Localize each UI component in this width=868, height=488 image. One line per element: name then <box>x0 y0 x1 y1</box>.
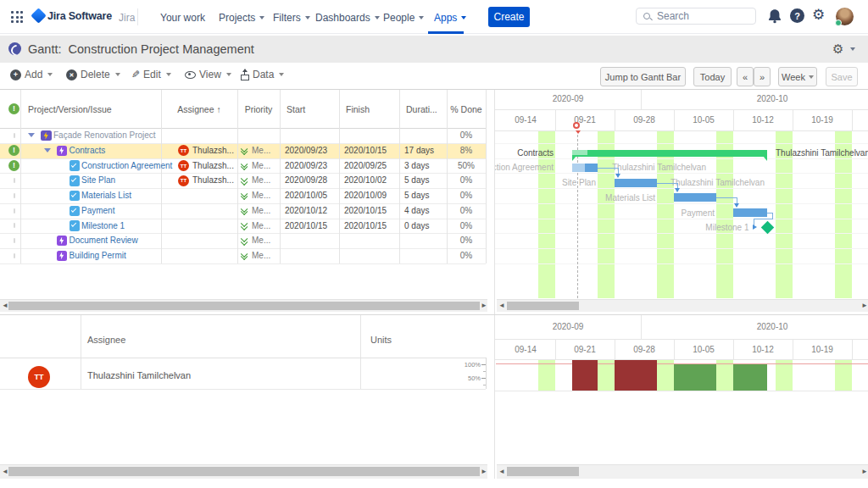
axis-label-50: 50% <box>458 374 481 382</box>
toolbar-menu-edit[interactable]: ✎Edit <box>131 69 171 80</box>
gantt-settings-icon[interactable]: ⚙ <box>832 42 843 57</box>
gantt-settings-caret[interactable] <box>850 47 855 51</box>
gantt-bar-summary[interactable] <box>572 150 767 157</box>
nav-item-your-work[interactable]: Your work <box>160 12 205 24</box>
chevron-down-icon <box>375 16 380 19</box>
scroll-right-arrow[interactable]: ► <box>861 302 868 309</box>
nav-item-label: Projects <box>219 12 255 24</box>
resource-avatar: TT <box>28 366 50 388</box>
help-icon[interactable]: ? <box>790 8 804 23</box>
weekend-stripe <box>716 360 733 391</box>
nav-item-label: Dashboards <box>315 12 370 24</box>
scroll-left-arrow[interactable]: ◄ <box>498 469 505 475</box>
gantt-hscrollbar-thumb[interactable] <box>507 302 579 310</box>
resource-hscrollbar-thumb[interactable] <box>8 467 480 476</box>
scroll-left-arrow[interactable]: ◄ <box>2 302 8 309</box>
scroll-left-arrow[interactable]: ◄ <box>498 302 505 309</box>
search-input[interactable]: Search <box>636 8 756 25</box>
issue-name[interactable]: Site Plan <box>81 175 115 185</box>
issue-name[interactable]: Milestone 1 <box>81 221 125 230</box>
timeline-week-label: 10-05 <box>674 115 733 125</box>
expand-arrow-icon[interactable] <box>44 148 51 152</box>
toolbar-button-today[interactable]: Today <box>693 67 732 86</box>
jira-logo-icon[interactable] <box>31 8 46 23</box>
toolbar-button-label: Save <box>831 72 852 82</box>
scroll-right-arrow[interactable]: ► <box>861 469 868 475</box>
nav-item-people[interactable]: People <box>383 12 424 24</box>
gantt-bar-task[interactable] <box>733 208 767 217</box>
assignee-name: Thulazsh... <box>192 175 234 185</box>
toolbar-menu-delete[interactable]: ✕Delete <box>66 69 120 80</box>
dependency-arrow-icon <box>675 188 680 192</box>
nav-item-label: Your work <box>160 12 205 24</box>
start-date: 2020/09/28 <box>285 175 327 185</box>
nav-item-projects[interactable]: Projects <box>219 12 264 24</box>
gantt-milestone-diamond[interactable] <box>760 221 774 235</box>
table-hscrollbar-thumb[interactable] <box>8 302 480 310</box>
dependency-line <box>657 183 678 184</box>
panel-splitter[interactable] <box>494 90 495 479</box>
toolbar-button--[interactable]: « <box>737 67 754 86</box>
toolbar-menu-view[interactable]: View <box>185 69 231 80</box>
gantt-bar-label-right: Thulazshini Tamilchelvan <box>612 163 706 172</box>
histogram-hscrollbar-thumb[interactable] <box>507 467 579 476</box>
issue-name[interactable]: Building Permit <box>70 251 126 260</box>
task-type-icon <box>70 160 81 171</box>
toolbar-menu-data[interactable]: Data <box>240 69 284 80</box>
plus-circle-icon: + <box>10 69 21 80</box>
timeline-week-label: 10-19 <box>793 115 852 125</box>
issue-name[interactable]: Façade Renovation Project <box>53 130 156 140</box>
assignee-avatar: TT <box>178 160 189 171</box>
nav-item-dashboards[interactable]: Dashboards <box>315 12 380 24</box>
task-type-icon <box>70 206 81 217</box>
settings-icon[interactable]: ⚙ <box>812 6 825 24</box>
app-switcher-icon[interactable] <box>11 11 23 23</box>
today-marker-icon <box>573 122 580 129</box>
weekend-stripe <box>598 360 615 391</box>
user-avatar[interactable] <box>836 8 854 25</box>
scroll-right-arrow[interactable]: ► <box>481 469 487 475</box>
chevron-down-icon <box>419 16 424 19</box>
story-type-icon <box>57 236 68 247</box>
toolbar-button-save[interactable]: Save <box>826 67 858 86</box>
priority-label: Me... <box>252 221 270 230</box>
gantt-bar-task[interactable] <box>615 179 657 187</box>
issue-name[interactable]: Materials List <box>81 191 131 200</box>
nav-item-apps[interactable]: Apps <box>434 12 466 24</box>
finish-date: 2020/10/02 <box>344 175 387 185</box>
expand-arrow-icon[interactable] <box>28 133 35 137</box>
notifications-icon[interactable] <box>767 8 782 24</box>
issue-name[interactable]: Payment <box>81 206 114 215</box>
row-handle-dash <box>14 238 15 243</box>
column-header-project-version-issue[interactable]: Project/Version/Issue <box>28 104 112 114</box>
toolbar-button-jump-to-gantt-bar[interactable]: Jump to Gantt Bar <box>600 67 686 86</box>
toolbar-menu-add[interactable]: +Add <box>10 69 53 80</box>
jira-logo-text[interactable]: Jira Software <box>47 10 112 22</box>
indicator-column-icon: ! <box>8 103 19 114</box>
toolbar-button-week[interactable]: Week <box>778 67 817 86</box>
column-header-finish[interactable]: Finish <box>346 104 370 114</box>
column-header-start[interactable]: Start <box>287 104 305 114</box>
gantt-bar-task[interactable] <box>674 193 716 202</box>
scroll-left-arrow[interactable]: ◄ <box>2 469 8 475</box>
create-button[interactable]: Create <box>488 7 530 27</box>
toolbar-button--[interactable]: » <box>754 67 771 86</box>
issue-name[interactable]: Contracts <box>70 146 106 155</box>
pencil-icon: ✎ <box>131 69 140 80</box>
dependency-arrow-icon <box>753 225 757 230</box>
nav-item-label: Filters <box>273 12 301 24</box>
task-type-icon <box>70 220 81 231</box>
finish-date: 2020/10/15 <box>344 221 387 230</box>
pct-done: 50% <box>447 161 486 170</box>
start-date: 2020/10/15 <box>285 221 327 230</box>
issue-name[interactable]: Construction Agreement <box>81 161 172 170</box>
task-type-icon <box>70 191 81 202</box>
issue-name[interactable]: Document Review <box>70 236 138 245</box>
toolbar-menu-label: Edit <box>143 69 161 80</box>
start-date: 2020/10/05 <box>285 191 327 200</box>
scroll-right-arrow[interactable]: ► <box>481 302 487 309</box>
duration: 3 days <box>404 161 429 170</box>
start-date: 2020/09/23 <box>285 146 327 155</box>
duration: 4 days <box>404 206 429 215</box>
nav-item-filters[interactable]: Filters <box>273 12 310 24</box>
